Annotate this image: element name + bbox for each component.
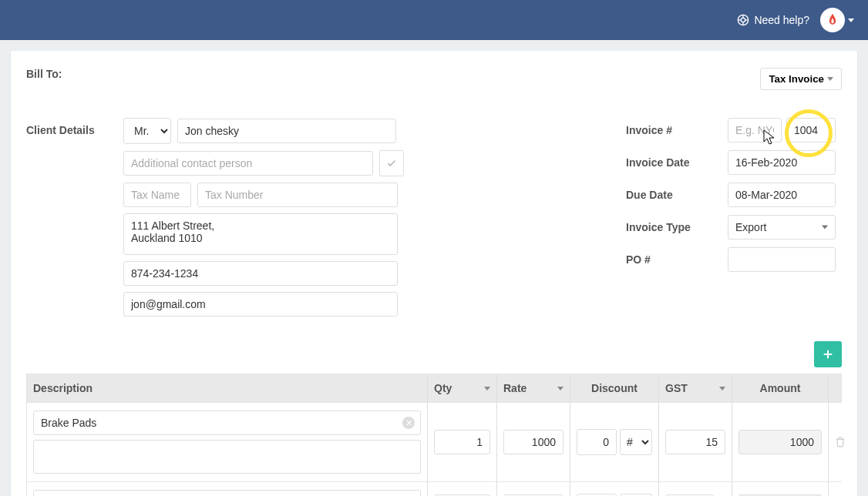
trash-icon[interactable] <box>835 437 846 447</box>
invoice-number-label: Invoice # <box>626 124 718 136</box>
tax-number-input[interactable] <box>197 183 398 207</box>
bill-to-label: Bill To: <box>26 68 62 80</box>
col-rate[interactable]: Rate <box>497 374 570 402</box>
item-rate-input[interactable] <box>503 430 564 454</box>
item-notes-input[interactable] <box>33 440 421 474</box>
item-gst-input[interactable] <box>665 430 725 454</box>
col-discount: Discount <box>570 374 659 402</box>
contact-person-input[interactable] <box>123 151 373 176</box>
item-discount-input[interactable] <box>577 429 617 455</box>
confirm-contact-button[interactable] <box>379 150 404 176</box>
chevron-down-icon <box>557 387 564 390</box>
phone-input[interactable] <box>123 261 398 286</box>
address-input[interactable] <box>123 213 398 255</box>
email-input[interactable] <box>123 292 398 317</box>
item-discount-type-select[interactable]: # <box>620 429 652 455</box>
due-date-label: Due Date <box>626 189 718 201</box>
col-qty[interactable]: Qty <box>428 374 497 402</box>
chevron-down-icon <box>827 77 833 81</box>
item-amount: 1000 <box>738 430 822 454</box>
clear-description-button[interactable]: ✕ <box>402 417 415 429</box>
po-number-input[interactable] <box>728 247 836 272</box>
invoice-date-input[interactable] <box>728 150 836 175</box>
chevron-down-icon <box>848 18 854 22</box>
col-gst[interactable]: GST <box>659 374 732 402</box>
table-row: # % 0 <box>27 481 841 496</box>
add-line-item-button[interactable] <box>814 341 842 367</box>
avatar <box>820 8 845 32</box>
table-row: ✕ # <box>27 402 841 481</box>
invoice-number-input[interactable] <box>786 118 836 142</box>
tax-invoice-dropdown[interactable]: Tax Invoice <box>760 68 842 90</box>
col-amount: Amount <box>732 374 829 402</box>
item-description-input[interactable] <box>33 411 421 435</box>
due-date-input[interactable] <box>728 183 836 207</box>
client-name-input[interactable] <box>177 119 396 143</box>
plus-icon <box>822 348 834 360</box>
po-number-label: PO # <box>626 253 718 266</box>
chevron-down-icon <box>484 387 490 390</box>
tax-name-input[interactable] <box>123 183 191 207</box>
item-description-input[interactable] <box>33 490 421 496</box>
line-items-table: Description Qty Rate Discount GST Amount <box>26 374 842 496</box>
table-header: Description Qty Rate Discount GST Amount <box>27 374 841 402</box>
invoice-prefix-input[interactable] <box>728 118 782 142</box>
tax-invoice-label: Tax Invoice <box>769 73 824 85</box>
client-details-label: Client Details <box>26 118 117 136</box>
check-icon <box>386 158 397 169</box>
user-menu[interactable] <box>820 8 854 32</box>
chevron-down-icon <box>719 387 725 390</box>
svg-point-1 <box>742 18 745 22</box>
item-qty-input[interactable] <box>434 430 490 454</box>
invoice-type-select[interactable]: Export <box>728 215 836 240</box>
invoice-form-card: Bill To: Tax Invoice Client Details Mr. <box>11 51 857 496</box>
flame-icon <box>825 12 840 28</box>
col-description: Description <box>27 374 428 402</box>
invoice-date-label: Invoice Date <box>626 156 718 169</box>
client-title-select[interactable]: Mr. <box>123 118 171 144</box>
top-bar: Need help? <box>0 0 868 40</box>
invoice-type-label: Invoice Type <box>626 221 718 233</box>
need-help-button[interactable]: Need help? <box>737 14 809 26</box>
help-icon <box>737 14 749 26</box>
need-help-label: Need help? <box>754 14 809 26</box>
